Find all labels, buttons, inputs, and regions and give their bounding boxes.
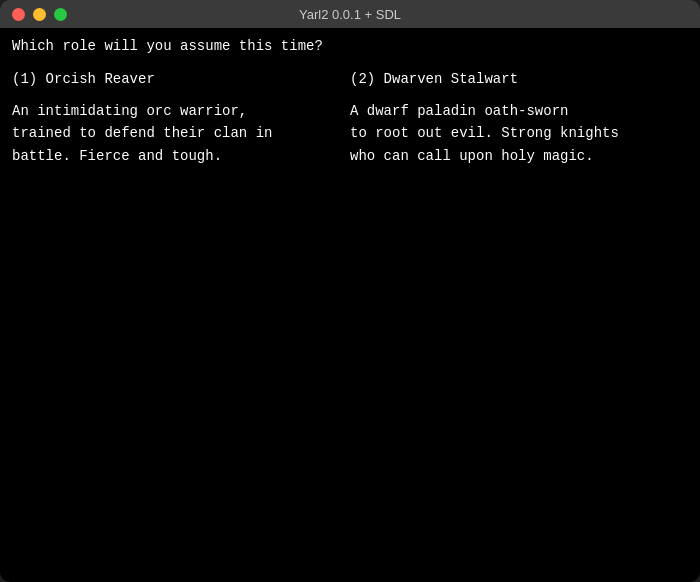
prompt-text: Which role will you assume this time? <box>12 36 688 57</box>
title-bar: Yarl2 0.0.1 + SDL <box>0 0 700 28</box>
window-title: Yarl2 0.0.1 + SDL <box>299 7 401 22</box>
minimize-button[interactable] <box>33 8 46 21</box>
app-window: Yarl2 0.0.1 + SDL Which role will you as… <box>0 0 700 582</box>
choice-2-desc-line2: to root out evil. Strong knights <box>350 125 619 141</box>
choice-2-title[interactable]: (2) Dwarven Stalwart <box>350 69 678 90</box>
close-button[interactable] <box>12 8 25 21</box>
choice-1-description: An intimidating orc warrior, trained to … <box>12 100 340 167</box>
choice-1-desc-line3: battle. Fierce and tough. <box>12 148 222 164</box>
traffic-lights <box>12 8 67 21</box>
choice-1-column: (1) Orcish Reaver An intimidating orc wa… <box>12 69 350 167</box>
choice-2-desc-line1: A dwarf paladin oath-sworn <box>350 103 568 119</box>
choice-1-desc-line2: trained to defend their clan in <box>12 125 272 141</box>
choice-2-description: A dwarf paladin oath-sworn to root out e… <box>350 100 678 167</box>
choice-2-desc-line3: who can call upon holy magic. <box>350 148 594 164</box>
terminal-content: Which role will you assume this time? (1… <box>0 28 700 582</box>
choice-1-desc-line1: An intimidating orc warrior, <box>12 103 247 119</box>
maximize-button[interactable] <box>54 8 67 21</box>
choice-1-title[interactable]: (1) Orcish Reaver <box>12 69 340 90</box>
choices-container: (1) Orcish Reaver An intimidating orc wa… <box>12 69 688 167</box>
choice-2-column: (2) Dwarven Stalwart A dwarf paladin oat… <box>350 69 688 167</box>
